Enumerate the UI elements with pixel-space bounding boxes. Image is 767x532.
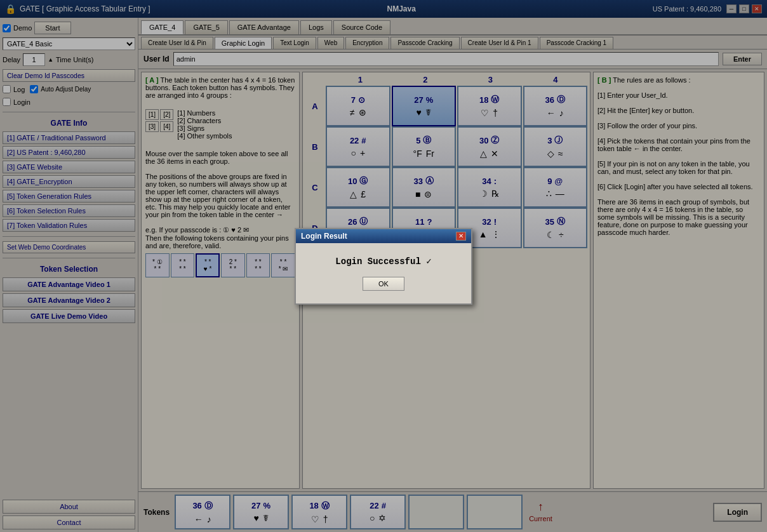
dialog-ok-button[interactable]: OK: [363, 277, 404, 291]
dialog-titlebar: Login Result ✕: [296, 229, 471, 243]
dialog-message: Login Successful ✓: [309, 256, 458, 267]
dialog-title: Login Result: [301, 232, 347, 241]
dialog-overlay: Login Result ✕ Login Successful ✓ OK: [0, 0, 767, 532]
login-result-dialog: Login Result ✕ Login Successful ✓ OK: [295, 228, 472, 305]
dialog-close-button[interactable]: ✕: [456, 232, 466, 241]
dialog-content: Login Successful ✓ OK: [296, 243, 471, 303]
